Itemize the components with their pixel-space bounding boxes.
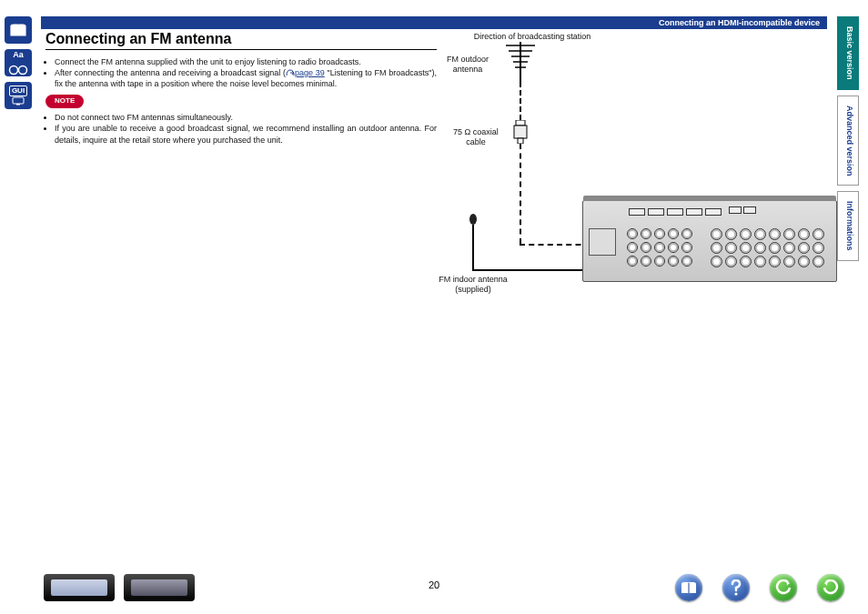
tab-basic[interactable]: Basic version <box>837 16 859 90</box>
tab-advanced[interactable]: Advanced version <box>837 96 859 186</box>
front-panel-button[interactable] <box>44 574 115 601</box>
svg-point-2 <box>19 66 27 75</box>
svg-point-14 <box>469 214 477 225</box>
svg-rect-4 <box>16 104 20 106</box>
label-indoor: FM indoor antenna (supplied) <box>428 275 519 295</box>
connection-diagram: Direction of broadcasting station FM out… <box>446 36 828 300</box>
coax-line-upper <box>520 82 521 120</box>
note-badge: NOTE <box>45 95 84 108</box>
page-number: 20 <box>429 579 439 590</box>
label-outdoor: FM outdoor antenna <box>440 55 495 75</box>
note-2: If you are unable to receive a good broa… <box>55 123 437 145</box>
gui-label: GUI <box>9 86 27 96</box>
page-title: Connecting an FM antenna <box>45 31 437 50</box>
rear-panel <box>582 200 837 282</box>
glossary-label: Aa <box>13 50 24 59</box>
right-tabs: Basic version Advanced version Informati… <box>837 16 859 261</box>
svg-rect-12 <box>514 126 527 138</box>
body-text: Connect the FM antenna supplied with the… <box>45 56 437 146</box>
bullet-1: Connect the FM antenna supplied with the… <box>55 56 437 67</box>
footer-left <box>44 574 195 601</box>
svg-rect-11 <box>516 120 525 126</box>
bullet-2: After connecting the antenna and receivi… <box>55 67 437 89</box>
left-sidebar: Aa GUI <box>0 16 36 109</box>
indoor-line-h <box>472 269 600 271</box>
help-button[interactable] <box>722 574 750 601</box>
outdoor-antenna-icon <box>502 36 539 82</box>
page-link-39[interactable]: page 39 <box>295 68 325 77</box>
contents-button[interactable] <box>675 574 702 601</box>
footer-right <box>675 574 844 601</box>
prev-page-button[interactable] <box>770 574 797 601</box>
svg-point-17 <box>734 592 737 595</box>
contents-icon[interactable] <box>5 16 32 44</box>
rear-panel-button[interactable] <box>124 574 195 601</box>
glossary-icon[interactable]: Aa <box>5 49 32 76</box>
footer: 20 <box>0 565 868 601</box>
svg-point-1 <box>10 66 18 75</box>
next-page-button[interactable] <box>817 574 844 601</box>
breadcrumb-bar: Connecting an HDMI-incompatible device <box>41 16 827 29</box>
label-coax: 75 Ω coaxial cable <box>444 127 508 147</box>
coax-plug-icon <box>513 120 528 144</box>
svg-rect-3 <box>13 97 24 104</box>
gui-icon[interactable]: GUI <box>5 82 32 109</box>
note-1: Do not connect two FM antennas simultane… <box>55 112 437 123</box>
indoor-antenna-icon <box>464 214 482 259</box>
coax-line-lower <box>520 144 521 244</box>
breadcrumb: Connecting an HDMI-incompatible device <box>659 18 820 27</box>
tab-info[interactable]: Informations <box>837 191 859 261</box>
